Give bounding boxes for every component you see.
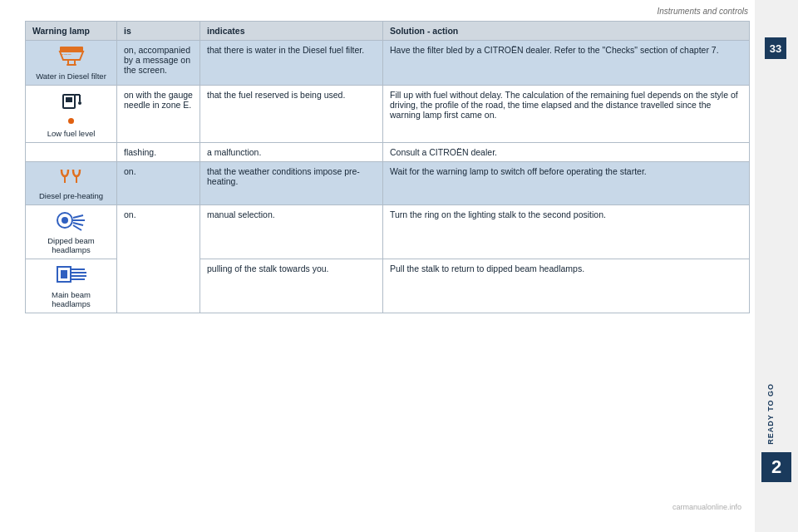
- svg-rect-20: [61, 270, 67, 278]
- table-row: Low fuel level on with the gauge needle …: [26, 86, 750, 143]
- water-filter-label: Water in Diesel filter: [36, 71, 106, 81]
- table-row: flashing. a malfunction. Consult a CITRO…: [26, 143, 750, 162]
- is-cell-1: on with the gauge needle in zone E.: [117, 86, 200, 143]
- fuel-dot: [68, 118, 74, 124]
- main-beam-label: Main beam headlamps: [32, 290, 110, 308]
- indicates-cell-4: manual selection.: [200, 205, 383, 259]
- lamp-cell-fuel-level: Low fuel level: [26, 86, 117, 143]
- lamp-cell-preheating: Diesel pre-heating: [26, 162, 117, 205]
- preheating-icon: [55, 166, 88, 186]
- col-header-is: is: [117, 22, 200, 41]
- warning-table: Warning lamp is indicates Solution - act…: [25, 21, 750, 313]
- watermark: carmanualonline.info: [672, 503, 741, 511]
- col-header-solution: Solution - action: [383, 22, 750, 41]
- header-title: Instruments and controls: [658, 7, 749, 16]
- water-filter-icon: ~~~: [57, 45, 86, 66]
- indicates-cell-2: a malfunction.: [200, 143, 383, 162]
- solution-cell-0: Have the filter bled by a CITROËN dealer…: [383, 41, 750, 86]
- icon-wrapper: Diesel pre-heating: [32, 166, 110, 200]
- col-header-lamp: Warning lamp: [26, 22, 117, 41]
- lamp-cell-water-filter: ~~~ Water in Diesel filter: [26, 41, 117, 86]
- lamp-cell-main-beam: Main beam headlamps: [26, 259, 117, 313]
- svg-text:~~~: ~~~: [60, 51, 71, 58]
- table-row: ~~~ Water in Diesel filter on, accompani…: [26, 41, 750, 86]
- dipped-beam-icon: [55, 209, 88, 231]
- solution-cell-4: Turn the ring on the lighting stalk to t…: [383, 205, 750, 259]
- solution-cell-3: Wait for the warning lamp to switch off …: [383, 162, 750, 205]
- indicates-cell-5: pulling of the stalk towards you.: [200, 259, 383, 313]
- page-number: 33: [765, 37, 786, 59]
- icon-wrapper: Main beam headlamps: [32, 264, 110, 308]
- lamp-cell-dipped-beam: Dipped beam headlamps: [26, 205, 117, 259]
- fuel-level-icon: [57, 90, 86, 113]
- page-header: Instruments and controls: [658, 7, 749, 16]
- svg-line-15: [73, 215, 83, 218]
- is-cell-0: on, accompanied by a message on the scre…: [117, 41, 200, 86]
- main-beam-icon: [55, 264, 88, 285]
- fuel-level-label: Low fuel level: [47, 129, 96, 138]
- icon-wrapper: Low fuel level: [32, 90, 110, 138]
- table-row: Diesel pre-heating on. that the weather …: [26, 162, 750, 205]
- table-row: Dipped beam headlamps on. manual selecti…: [26, 205, 750, 259]
- svg-line-17: [73, 223, 83, 225]
- chapter-number: 2: [761, 452, 791, 482]
- is-cell-2: flashing.: [117, 143, 200, 162]
- svg-point-14: [62, 217, 68, 224]
- svg-line-18: [73, 225, 81, 230]
- col-header-indicates: indicates: [200, 22, 383, 41]
- is-cell-4: on.: [117, 205, 200, 313]
- svg-rect-7: [66, 97, 72, 102]
- preheating-label: Diesel pre-heating: [39, 191, 103, 200]
- main-content: Warning lamp is indicates Solution - act…: [25, 21, 750, 515]
- svg-rect-4: [66, 64, 76, 66]
- solution-cell-1: Fill up with fuel without delay. The cal…: [383, 86, 750, 143]
- right-sidebar: 33 READY TO GO 2: [755, 0, 798, 532]
- dipped-beam-label: Dipped beam headlamps: [32, 236, 110, 254]
- indicates-cell-0: that there is water in the Diesel fuel f…: [200, 41, 383, 86]
- sidebar-section-label: READY TO GO: [766, 379, 798, 449]
- lamp-cell-empty: [26, 143, 117, 162]
- is-cell-3: on.: [117, 162, 200, 205]
- indicates-cell-3: that the weather conditions impose pre-h…: [200, 162, 383, 205]
- indicates-cell-1: that the fuel reserved is being used.: [200, 86, 383, 143]
- icon-wrapper: Dipped beam headlamps: [32, 209, 110, 254]
- svg-point-10: [78, 101, 81, 105]
- solution-cell-2: Consult a CITROËN dealer.: [383, 143, 750, 162]
- icon-wrapper: ~~~ Water in Diesel filter: [32, 45, 110, 81]
- solution-cell-5: Pull the stalk to return to dipped beam …: [383, 259, 750, 313]
